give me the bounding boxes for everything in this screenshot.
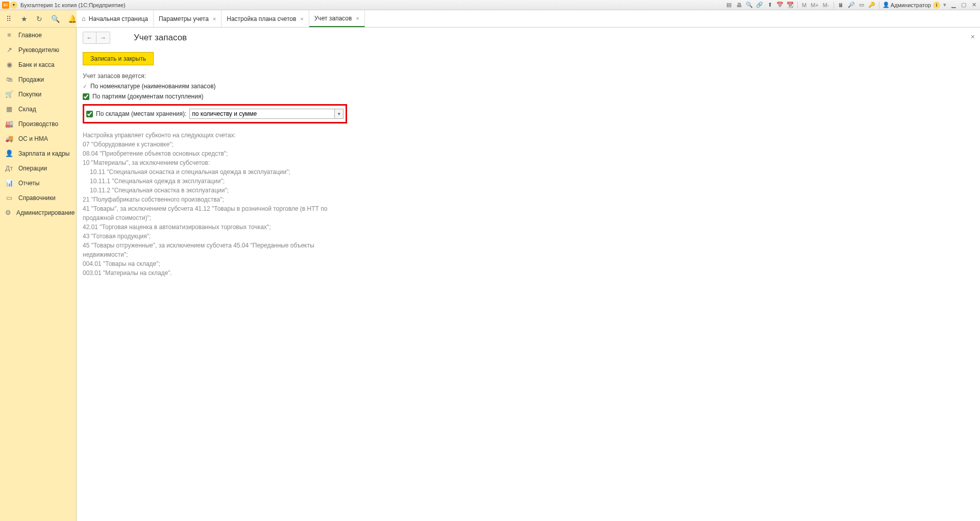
notifications-bell-icon[interactable]: 🔔 [68,14,77,23]
close-window-icon[interactable]: ✕ [970,1,978,9]
key-icon[interactable]: 🔑 [868,1,876,9]
info-line: 45 "Товары отгруженные", за исключением … [83,241,338,259]
user-name: Администратор [891,2,931,8]
sidebar-item-label: Отчеты [18,180,39,187]
m-plus-button[interactable]: M+ [810,2,820,8]
info-dropdown[interactable]: ▾ [942,2,947,8]
dropdown-toggle-icon[interactable]: ▾ [334,109,344,119]
sidebar-item[interactable]: 🛒Покупки [0,87,76,102]
sidebar-icon: ▦ [5,105,13,113]
search-icon[interactable]: 🔍 [51,14,60,23]
sidebar-item-label: Справочники [18,194,56,202]
toolbar-row: ⠿ ★ ↻ 🔍 🔔 ⌂ Начальная страница Параметры… [0,10,980,28]
nav-buttons: ← → [83,32,110,44]
sidebar-item[interactable]: 🏭Производство [0,116,76,131]
sidebar-icon: ↗ [5,46,13,54]
info-line: 43 "Готовая продукция"; [83,232,338,241]
info-line: Настройка управляет субконто на следующи… [83,131,338,140]
titlebar: 1C ▾ Бухгалтерия 1с копия (1С:Предприяти… [0,0,980,10]
save-close-button[interactable]: Записать и закрыть [83,52,154,65]
tab-home[interactable]: ⌂ Начальная страница [77,10,154,27]
sidebar-icon: ≡ [5,31,13,39]
sidebar-item[interactable]: ▦Склад [0,102,76,116]
app-logo-icon: 1C [2,2,9,9]
sidebar-item-label: Банк и касса [18,61,55,68]
tab-params[interactable]: Параметры учета × [154,10,222,27]
calendar2-icon[interactable]: 📆 [786,1,794,9]
search-doc-icon[interactable]: 🔍 [745,1,753,9]
sidebar-item[interactable]: ↗Руководителю [0,42,76,57]
user-label[interactable]: 👤 Администратор [883,2,931,8]
tab-label: Параметры учета [159,15,209,22]
info-line: 004.01 "Товары на складе"; [83,259,338,268]
sidebar-item[interactable]: ДтОперации [0,161,76,176]
panel-icon[interactable]: ▭ [857,1,866,9]
m-button[interactable]: M [801,2,807,8]
nav-forward-button[interactable]: → [96,32,110,43]
sidebar-item-label: Покупки [18,91,41,98]
info-line: 07 "Оборудование к установке"; [83,140,338,149]
user-icon: 👤 [883,2,890,8]
app-menu-dropdown-icon[interactable]: ▾ [10,2,17,9]
tabs-bar: ⌂ Начальная страница Параметры учета × Н… [77,10,365,27]
tab-plan-accounts[interactable]: Настройка плана счетов × [222,10,309,27]
calc-icon[interactable]: 🖩 [837,1,845,9]
sidebar-item[interactable]: ◉Банк и касса [0,57,76,72]
warehouses-mode-input[interactable] [189,109,334,119]
sidebar-icon: 🚚 [5,135,13,142]
tab-inventory[interactable]: Учет запасов × [309,10,365,27]
sidebar-icon: Дт [5,164,13,172]
print-icon[interactable]: 🖶 [735,1,743,9]
sidebar-item-label: Администрирование [16,209,75,216]
close-page-icon[interactable]: × [971,33,975,41]
sidebar-icon: 📊 [5,179,13,187]
nav-back-button[interactable]: ← [83,32,96,43]
maximize-icon[interactable]: ▢ [960,1,968,9]
info-line: 21 "Полуфабрикаты собственного производс… [83,195,338,204]
info-line: 10.11 "Специальная оснастка и специальна… [83,167,338,177]
page-title: Учет запасов [134,33,187,43]
sidebar-item[interactable]: 🚚ОС и НМА [0,131,76,146]
tab-close-icon[interactable]: × [213,16,216,22]
warehouses-highlight-box: По складам (местам хранения): ▾ [83,104,347,123]
batches-checkbox[interactable] [83,93,89,100]
window-title: Бухгалтерия 1с копия (1С:Предприятие) [20,2,126,8]
tab-home-label: Начальная страница [89,15,148,22]
sidebar-item[interactable]: 🛍Продажи [0,72,76,87]
sidebar-item[interactable]: ⚙Администрирование [0,205,76,220]
sidebar-icon: 🛒 [5,90,13,98]
info-line: 42.01 "Торговая наценка в автоматизирова… [83,222,338,232]
history-icon[interactable]: ↻ [36,14,43,23]
sidebar-item[interactable]: 📊Отчеты [0,176,76,190]
info-line: 10.11.1 "Специальная одежда в эксплуатац… [83,177,338,186]
minimize-icon[interactable]: ▁ [949,1,958,9]
upload-icon[interactable]: ⬆ [766,1,774,9]
info-line: 10 "Материалы", за исключением субсчетов… [83,158,338,167]
batches-label: По партиям (документам поступления) [92,93,203,100]
warehouses-checkbox[interactable] [86,111,93,117]
print-preview-icon[interactable]: ▤ [725,1,733,9]
fixed-nomenclature-label: По номенклатуре (наименованиям запасов) [90,83,216,90]
sidebar-item[interactable]: 👤Зарплата и кадры [0,146,76,161]
m-minus-button[interactable]: M- [822,2,830,8]
sidebar-item[interactable]: ≡Главное [0,28,76,42]
info-icon[interactable]: i [933,2,940,9]
section-label: Учет запасов ведется: [83,72,974,80]
favorites-star-icon[interactable]: ★ [20,14,28,23]
sidebar-icon: 🛍 [5,76,13,83]
sidebar-item-label: Главное [18,32,42,39]
tab-close-icon[interactable]: × [356,15,359,21]
calendar-icon[interactable]: 📅 [776,1,784,9]
check-fixed-icon: ✓ [83,83,87,90]
sidebar-item[interactable]: ▭Справочники [0,190,76,205]
info-line: 41 "Товары", за исключением субсчета 41.… [83,204,338,222]
tab-label: Учет запасов [314,15,352,22]
warehouses-mode-dropdown: ▾ [189,109,344,119]
zoom-icon[interactable]: 🔎 [847,1,855,9]
link-icon[interactable]: 🔗 [755,1,764,9]
sidebar-icon: 👤 [5,150,13,157]
tab-close-icon[interactable]: × [300,16,303,22]
apps-grid-icon[interactable]: ⠿ [5,14,12,23]
sidebar-item-label: ОС и НМА [18,135,48,142]
info-line: 003.01 "Материалы на складе". [83,268,338,278]
